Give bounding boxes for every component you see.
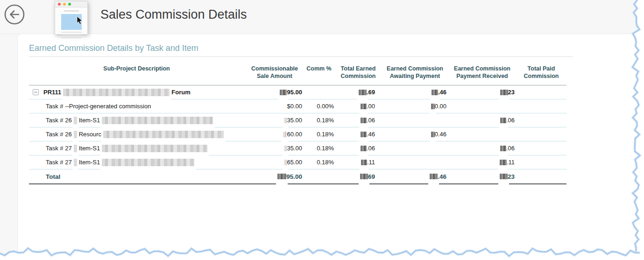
table-body: PR111Forum95.00.69.4623Task # --Project-… [29,85,566,184]
value-cell: .06 [335,113,382,127]
value-cell: .06 [335,141,382,155]
redacted-block [361,160,367,165]
value-cell [303,85,335,99]
window-content-line [64,10,79,12]
table-row-total: Total95.0069.4623 [29,169,566,184]
table-row-group: PR111Forum95.00.69.4623 [29,85,566,99]
redacted-block [102,159,194,166]
value-cell: 0.00 [382,99,448,113]
redacted-block [430,174,438,179]
cell-text: 0.00% [317,103,334,110]
redacted-block [500,160,507,165]
value-cell: .11 [448,155,516,169]
cell-text: PR111 [43,89,61,96]
window-dot-yellow [63,3,66,6]
cell-text: Task # 27 [46,159,72,166]
description-cell: Task # --Project-generated commission [29,99,246,113]
cell-text: 0.18% [317,145,334,152]
table-row-task: Task # --Project-generated commission$0.… [29,99,566,113]
redacted-block [102,145,207,152]
column-header: Total Earned Commission [335,59,382,85]
value-cell: 95.00 [246,169,303,183]
value-cell: 0.18% [303,141,335,155]
cell-text: 35.00 [287,117,302,124]
column-header: Total Paid Commission [516,59,566,85]
redacted-block [431,104,435,109]
redacted-block [359,90,367,95]
cell-text: 0.00 [435,103,446,110]
value-cell: 0.18% [303,127,335,141]
value-cell: 35.00 [246,141,303,155]
description-cell: Task # 26Resourc [29,127,246,141]
cell-text: Item-S1 [79,145,100,152]
redacted-block [280,90,287,95]
column-header: Comm % [303,59,335,85]
cell-text: Task # --Project-generated commission [46,103,151,110]
description-cell: Total [29,169,246,183]
window-content-line [61,32,82,33]
cell-text: Total [46,173,60,180]
cell-text: 0.46 [435,131,446,138]
collapse-minus-icon[interactable] [33,89,39,95]
cell-text: 0.18% [317,117,334,124]
redacted-block [361,132,367,137]
column-header: Sub-Project Description [29,59,246,85]
redacted-block [500,146,506,151]
redacted-block [74,117,77,124]
value-cell: .46 [335,127,382,141]
cell-text: Task # 27 [46,145,72,152]
back-button[interactable] [3,3,26,26]
cell-text: Task # 26 [46,117,72,124]
cell-text: 65.00 [287,159,302,166]
value-cell: .00 [335,99,382,113]
value-cell [448,127,516,141]
column-header: Earned Commission Awaiting Payment [382,59,448,85]
redacted-block [103,131,224,138]
value-cell [516,169,566,183]
value-cell: .46 [382,169,448,183]
table-row-task: Task # 27Item-S135.000.18%.06.06 [29,141,566,155]
redacted-block [361,146,367,151]
section-divider [29,56,573,57]
value-cell [516,113,566,127]
redacted-block [361,118,367,123]
redacted-block [284,118,287,123]
redacted-block [74,159,77,166]
page-title: Sales Commission Details [100,7,247,22]
redacted-block [500,90,508,95]
description-cell: PR111Forum [29,85,246,99]
value-cell: .06 [448,141,516,155]
value-cell: 65.00 [246,155,303,169]
description-cell: Task # 27Item-S1 [29,155,246,169]
value-cell [516,127,566,141]
redacted-block [284,160,287,165]
cell-text: Forum [171,89,190,96]
value-cell: 23 [448,85,516,99]
value-cell [516,85,566,99]
value-cell: 23 [448,169,516,183]
description-cell: Task # 27Item-S1 [29,141,246,155]
value-cell: $0.00 [246,99,303,113]
value-cell: .69 [335,85,382,99]
value-cell: 0.18% [303,155,335,169]
left-gutter [0,34,18,260]
table-header-row: Sub-Project DescriptionCommissionable Sa… [29,59,566,85]
cell-text: Item-S1 [79,159,100,166]
cell-text: 95.00 [286,173,302,180]
arrow-left-circle-icon [3,3,26,26]
cell-text: Task # 26 [46,131,72,138]
value-cell: 95.00 [246,85,303,99]
section-title: Earned Commission Details by Task and It… [29,43,198,53]
redacted-block [284,146,287,151]
window-content-line [61,35,82,35]
redacted-block [74,145,77,152]
redacted-block [500,118,506,123]
redacted-block [63,89,170,96]
value-cell: 35.00 [246,113,303,127]
description-cell: Task # 26Item-S1 [29,113,246,127]
window-dot-green [68,3,71,6]
redacted-block [102,117,213,124]
value-cell: 60.00 [246,127,303,141]
redacted-block [361,104,367,109]
value-cell: 69 [335,169,382,183]
